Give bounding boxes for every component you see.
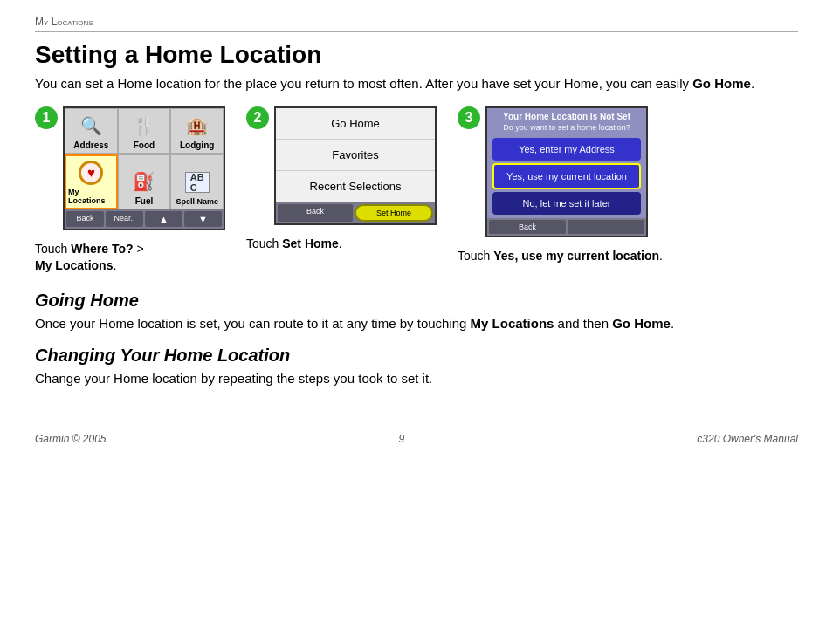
gps-cell-mylocations: ♥ My Locations bbox=[65, 154, 118, 209]
home-btn-set-later[interactable]: No, let me set it later bbox=[492, 192, 641, 215]
section3-title: Changing Your Home Location bbox=[35, 346, 798, 366]
step-1-screen: 🔍 Address 🍴 Food 🏨 Lodgi bbox=[63, 106, 225, 230]
home-empty-btn bbox=[568, 220, 644, 234]
step-1-number: 1 bbox=[35, 106, 58, 129]
footer: Garmin © 2005 9 c320 Owner's Manual bbox=[35, 424, 798, 445]
home-nav-bar: Back bbox=[487, 218, 646, 236]
footer-left: Garmin © 2005 bbox=[35, 433, 107, 445]
menu-back-button[interactable]: Back bbox=[278, 204, 353, 222]
back-button[interactable]: Back bbox=[66, 211, 104, 227]
spell-icon: ABC bbox=[182, 169, 212, 195]
step-2-number: 2 bbox=[246, 106, 269, 129]
section3-text: Change your Home location by repeating t… bbox=[35, 369, 798, 389]
breadcrumb: My Locations bbox=[35, 16, 798, 32]
section2-text: Once your Home location is set, you can … bbox=[35, 314, 798, 334]
step-2-caption: Touch Set Home. bbox=[246, 236, 342, 253]
home-btn-current-location[interactable]: Yes, use my current location bbox=[492, 163, 641, 189]
step-1: 1 🔍 Address 🍴 Food bbox=[35, 106, 225, 275]
footer-right: c320 Owner's Manual bbox=[697, 433, 798, 445]
step-3-screen: Your Home Location Is Not Set Do you wan… bbox=[485, 106, 648, 237]
gps-cell-address: 🔍 Address bbox=[65, 108, 118, 154]
gps-cell-food: 🍴 Food bbox=[118, 108, 171, 154]
home-subtitle: Do you want to set a home location? bbox=[487, 122, 646, 135]
step-1-header: 1 🔍 Address 🍴 Food bbox=[35, 106, 225, 230]
step-1-caption: Touch Where To? > My Locations. bbox=[35, 241, 144, 275]
heart-icon: ♥ bbox=[76, 160, 106, 186]
gps-cell-spell: ABC Spell Name bbox=[170, 154, 224, 209]
step-3: 3 Your Home Location Is Not Set Do you w… bbox=[458, 106, 663, 265]
address-icon: 🔍 bbox=[76, 113, 106, 139]
step-2-header: 2 Go Home Favorites Recent Selections Ba… bbox=[246, 106, 437, 225]
food-icon: 🍴 bbox=[129, 113, 159, 139]
step-3-caption: Touch Yes, use my current location. bbox=[458, 248, 663, 265]
step-2-screen: Go Home Favorites Recent Selections Back… bbox=[274, 106, 437, 225]
step-2: 2 Go Home Favorites Recent Selections Ba… bbox=[246, 106, 437, 253]
gps-cell-lodging: 🏨 Lodging bbox=[170, 108, 224, 154]
lodging-icon: 🏨 bbox=[182, 113, 212, 139]
fuel-icon: ⛽ bbox=[129, 168, 159, 195]
section2-title: Going Home bbox=[35, 291, 798, 311]
gps-cell-fuel: ⛽ Fuel bbox=[118, 154, 171, 209]
down-button[interactable]: ▼ bbox=[184, 211, 222, 227]
menu-nav-bar: Back Set Home bbox=[276, 202, 435, 223]
footer-center: 9 bbox=[399, 433, 405, 445]
step-3-number: 3 bbox=[458, 106, 480, 129]
page-title: Setting a Home Location bbox=[35, 41, 798, 69]
near-button[interactable]: Near.. bbox=[106, 211, 143, 227]
gps-top-grid: 🔍 Address 🍴 Food 🏨 Lodgi bbox=[65, 108, 224, 154]
home-title: Your Home Location Is Not Set bbox=[487, 108, 646, 122]
menu-recent-selections[interactable]: Recent Selections bbox=[276, 171, 435, 202]
home-back-button[interactable]: Back bbox=[489, 220, 566, 234]
step-3-header: 3 Your Home Location Is Not Set Do you w… bbox=[458, 106, 648, 237]
intro-bold: Go Home bbox=[692, 76, 751, 91]
set-home-button[interactable]: Set Home bbox=[355, 204, 433, 222]
home-btn-enter-address[interactable]: Yes, enter my Address bbox=[492, 138, 641, 161]
intro-text: You can set a Home location for the plac… bbox=[35, 76, 692, 91]
gps-nav-bar: Back Near.. ▲ ▼ bbox=[65, 209, 224, 229]
menu-favorites[interactable]: Favorites bbox=[276, 140, 435, 171]
intro-paragraph: You can set a Home location for the plac… bbox=[35, 74, 798, 94]
menu-go-home[interactable]: Go Home bbox=[276, 108, 435, 140]
steps-row: 1 🔍 Address 🍴 Food bbox=[35, 106, 798, 275]
gps-bottom-grid: ♥ My Locations ⛽ Fuel ABC S bbox=[65, 154, 224, 209]
up-button[interactable]: ▲ bbox=[145, 211, 182, 227]
